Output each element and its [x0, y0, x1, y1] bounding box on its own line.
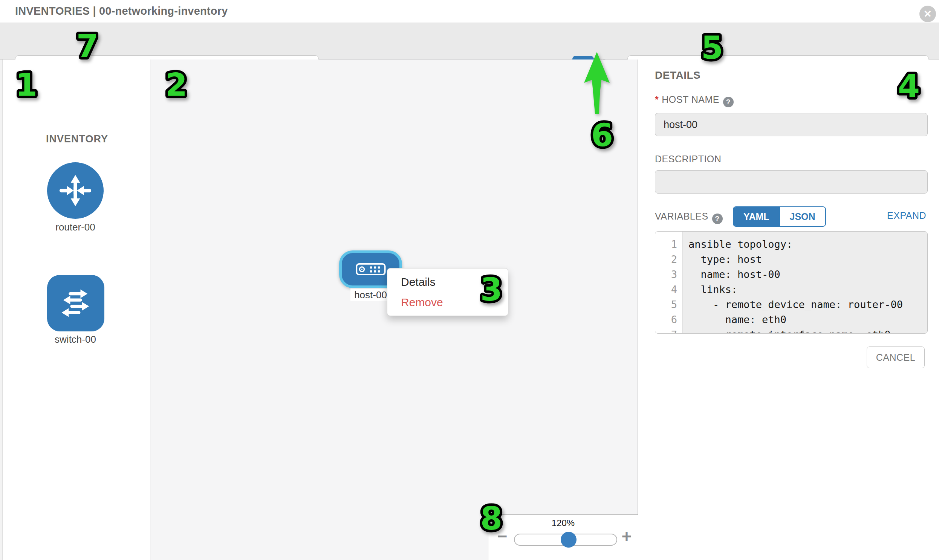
menu-item-details[interactable]: Details	[387, 272, 508, 292]
sidebar-item-switch-label: switch-00	[47, 334, 103, 345]
host-name-label: *HOST NAME?	[655, 94, 734, 107]
required-asterisk: *	[655, 94, 658, 105]
details-panel: DETAILS *HOST NAME? DESCRIPTION VARIABLE…	[638, 60, 939, 560]
zoom-level-value: 120%	[488, 518, 638, 528]
description-label: DESCRIPTION	[655, 154, 721, 165]
host-name-input[interactable]	[655, 113, 928, 136]
zoom-control: 120% − +	[488, 514, 638, 560]
variables-format-toggle: YAML JSON	[733, 206, 826, 227]
inventory-sidebar: INVENTORY router-00	[0, 60, 150, 560]
sidebar-item-router-label: router-00	[47, 222, 103, 233]
inventory-topology-page: INVENTORIES | 00-networking-inventory ✕ …	[0, 0, 939, 560]
menu-item-remove[interactable]: Remove	[387, 292, 508, 312]
description-input[interactable]	[655, 170, 928, 194]
toolbar: ACTIONS SEARCH	[0, 23, 939, 60]
variables-code-editor[interactable]: 1ansible_topology: 2 type: host 3 name: …	[655, 231, 928, 334]
router-icon	[56, 171, 95, 210]
variables-label: VARIABLES?	[655, 211, 723, 224]
page-title: INVENTORIES | 00-networking-inventory	[15, 5, 228, 17]
switch-icon	[56, 283, 95, 323]
topology-canvas[interactable]: host-00 Details Remove 120% − +	[150, 60, 638, 560]
node-context-menu: Details Remove	[387, 268, 508, 316]
toggle-yaml[interactable]: YAML	[734, 207, 779, 226]
zoom-slider-thumb[interactable]	[561, 532, 577, 548]
zoom-slider-track[interactable]	[514, 534, 617, 546]
sidebar-title: INVENTORY	[46, 133, 108, 145]
header: INVENTORIES | 00-networking-inventory ✕	[0, 0, 939, 23]
zoom-out-button[interactable]: −	[493, 528, 511, 545]
sidebar-item-switch[interactable]	[47, 275, 104, 331]
help-icon[interactable]: ?	[723, 97, 734, 107]
sidebar-item-router[interactable]	[47, 162, 103, 219]
close-icon[interactable]: ✕	[919, 6, 936, 22]
toggle-json[interactable]: JSON	[779, 207, 825, 226]
cancel-button[interactable]: CANCEL	[867, 346, 925, 368]
sidebar-left-edge	[0, 60, 3, 560]
help-icon[interactable]: ?	[712, 214, 723, 224]
host-icon	[356, 263, 386, 275]
editor-lines: 1ansible_topology: 2 type: host 3 name: …	[655, 237, 927, 334]
details-panel-title: DETAILS	[655, 69, 700, 82]
expand-link[interactable]: EXPAND	[887, 210, 926, 221]
zoom-in-button[interactable]: +	[618, 528, 635, 545]
